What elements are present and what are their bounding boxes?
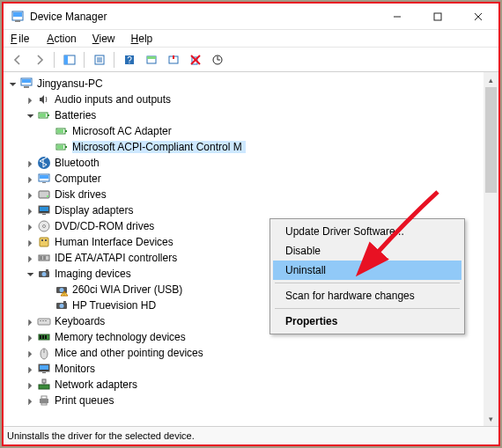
- properties-icon: [93, 54, 106, 66]
- uninstall-button[interactable]: [185, 50, 205, 70]
- svg-rect-1: [13, 12, 22, 17]
- update-icon: [145, 54, 158, 66]
- minimize-button[interactable]: [377, 4, 417, 29]
- expander-icon[interactable]: ⏵: [25, 222, 37, 231]
- expander-icon[interactable]: ⏵: [25, 253, 37, 263]
- tree-item-label: Jingyansu-PC: [37, 77, 103, 90]
- tree-node-batteries[interactable]: ⏷Batteries: [4, 107, 484, 123]
- svg-rect-73: [39, 385, 49, 389]
- context-menu-update-driver-software-[interactable]: Update Driver Software...: [273, 222, 461, 241]
- tree-item-label: DVD/CD-ROM drives: [55, 220, 154, 232]
- svg-rect-72: [42, 372, 46, 373]
- tree-item-label: Computer: [55, 173, 101, 185]
- battery-icon: [55, 124, 69, 138]
- svg-rect-8: [64, 55, 68, 64]
- maximize-button[interactable]: [417, 4, 458, 29]
- tree-node-computer[interactable]: ⏵Computer: [4, 171, 484, 187]
- expander-icon[interactable]: ⏵: [25, 95, 37, 105]
- tree-node-print-queues[interactable]: ⏵Print queues: [4, 393, 484, 408]
- scan-icon: [211, 54, 224, 66]
- tree-item-label: Print queues: [55, 394, 114, 407]
- svg-point-39: [47, 195, 48, 197]
- svg-rect-67: [45, 335, 47, 339]
- expander-icon[interactable]: ⏵: [25, 364, 37, 374]
- tree-item-label: Microsoft AC Adapter: [72, 125, 172, 137]
- expander-icon[interactable]: ⏵: [25, 396, 37, 406]
- svg-text:!: !: [63, 291, 64, 297]
- device-manager-window: Device Manager File Action View Help ?: [2, 2, 500, 446]
- menu-file[interactable]: File: [9, 31, 33, 47]
- expander-icon[interactable]: ⏵: [25, 174, 37, 184]
- context-menu-properties[interactable]: Properties: [273, 312, 461, 331]
- expander-icon[interactable]: ⏵: [25, 317, 37, 327]
- context-menu-disable[interactable]: Disable: [273, 241, 461, 261]
- properties-button[interactable]: [89, 50, 109, 70]
- scroll-thumb[interactable]: [485, 87, 497, 193]
- help-button[interactable]: ?: [119, 50, 139, 70]
- toolbar-sep: [54, 52, 55, 68]
- svg-rect-27: [48, 114, 49, 116]
- context-menu-scan-for-hardware-changes[interactable]: Scan for hardware changes: [273, 286, 461, 305]
- show-hide-tree-button[interactable]: [59, 50, 79, 70]
- expander-icon[interactable]: ⏵: [25, 333, 37, 342]
- expander-icon[interactable]: ⏵: [25, 190, 37, 200]
- scan-hardware-button[interactable]: [207, 50, 227, 70]
- svg-rect-46: [41, 239, 43, 241]
- svg-rect-41: [40, 207, 48, 211]
- expander-icon[interactable]: ⏵: [25, 158, 37, 168]
- tree-root[interactable]: ⏷Jingyansu-PC: [4, 76, 484, 92]
- maximize-icon: [433, 12, 442, 21]
- expander-icon[interactable]: ⏷: [7, 79, 19, 89]
- expander-icon[interactable]: ⏵: [25, 380, 37, 390]
- camera-icon: [55, 298, 69, 312]
- tree-node-network-adapters[interactable]: ⏵Network adapters: [4, 377, 484, 393]
- help-icon: ?: [123, 54, 136, 66]
- close-button[interactable]: [458, 4, 498, 29]
- memory-icon: [37, 330, 51, 344]
- svg-rect-60: [38, 319, 50, 325]
- tree-item-label: Imaging devices: [55, 268, 131, 280]
- scroll-down-arrow[interactable]: ▾: [484, 411, 498, 426]
- scroll-up-arrow[interactable]: ▴: [484, 72, 498, 87]
- svg-rect-24: [24, 86, 29, 88]
- menu-action[interactable]: Action: [45, 31, 78, 47]
- tree-item-label: 260ci WIA Driver (USB): [72, 283, 182, 296]
- expander-icon[interactable]: ⏷: [25, 111, 37, 121]
- tree-node-monitors[interactable]: ⏵Monitors: [4, 361, 484, 377]
- update-driver-button[interactable]: [141, 50, 161, 70]
- expander-icon[interactable]: ⏵: [25, 206, 37, 216]
- tree-leaf-microsoft-acpi-compliant-control-m[interactable]: Microsoft ACPI-Compliant Control M: [4, 139, 484, 155]
- network-icon: [37, 378, 51, 392]
- svg-rect-63: [45, 320, 47, 321]
- svg-rect-33: [65, 146, 67, 148]
- context-menu-uninstall[interactable]: Uninstall: [273, 261, 461, 280]
- back-button[interactable]: [7, 50, 27, 70]
- svg-point-44: [43, 225, 46, 228]
- menu-help[interactable]: Help: [129, 31, 155, 47]
- expander-icon[interactable]: ⏵: [25, 349, 37, 358]
- tree-node-bluetooth[interactable]: ⏵Bluetooth: [4, 155, 484, 171]
- svg-rect-78: [41, 403, 47, 405]
- toolbar-sep: [114, 52, 114, 68]
- disable-icon: [167, 54, 180, 66]
- svg-rect-53: [46, 269, 48, 271]
- menu-bar: File Action View Help: [4, 30, 498, 48]
- tree-node-mice-and-other-pointing-devices[interactable]: ⏵Mice and other pointing devices: [4, 345, 484, 361]
- scroll-track[interactable]: [484, 87, 498, 411]
- tree-node-display-adapters[interactable]: ⏵Display adapters: [4, 202, 484, 218]
- svg-rect-36: [40, 175, 48, 179]
- forward-button[interactable]: [29, 50, 49, 70]
- context-menu: Update Driver Software...DisableUninstal…: [269, 218, 465, 334]
- battery-icon: [55, 140, 69, 154]
- tree-leaf-microsoft-ac-adapter[interactable]: Microsoft AC Adapter: [4, 123, 484, 139]
- disk-icon: [37, 187, 51, 202]
- title-bar: Device Manager: [4, 4, 498, 30]
- svg-rect-77: [41, 396, 47, 399]
- tree-node-disk-drives[interactable]: ⏵Disk drives: [4, 187, 484, 202]
- disable-button[interactable]: [163, 50, 183, 70]
- expander-icon[interactable]: ⏵: [25, 238, 37, 247]
- vertical-scrollbar[interactable]: ▴ ▾: [484, 72, 498, 426]
- tree-node-audio-inputs-and-outputs[interactable]: ⏵Audio inputs and outputs: [4, 92, 484, 107]
- menu-view[interactable]: View: [91, 31, 117, 47]
- expander-icon[interactable]: ⏷: [25, 269, 37, 279]
